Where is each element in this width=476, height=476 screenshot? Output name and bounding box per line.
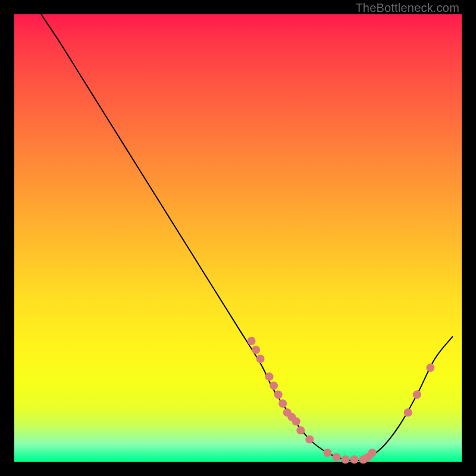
curve-marker [305,435,314,443]
curve-marker [278,399,287,408]
curve-marker [332,453,340,461]
curve-marker [323,449,331,457]
curve-marker [292,417,300,425]
curve-marker [270,381,278,390]
curve-marker [248,337,256,345]
curve-marker [274,390,283,399]
curve-marker [296,426,305,434]
curve-marker [265,372,274,381]
curve-marker [252,346,260,354]
curve-marker [426,364,434,372]
curve-marker [341,455,349,464]
curve-marker [368,449,377,457]
chart-svg [14,14,462,462]
curve-marker [404,408,412,416]
curve-markers [248,337,435,464]
curve-marker [256,355,265,363]
watermark-text: TheBottleneck.com [355,1,459,15]
bottleneck-curve [41,14,453,461]
chart-frame [14,14,462,462]
curve-marker [350,455,359,464]
curve-marker [413,390,421,399]
